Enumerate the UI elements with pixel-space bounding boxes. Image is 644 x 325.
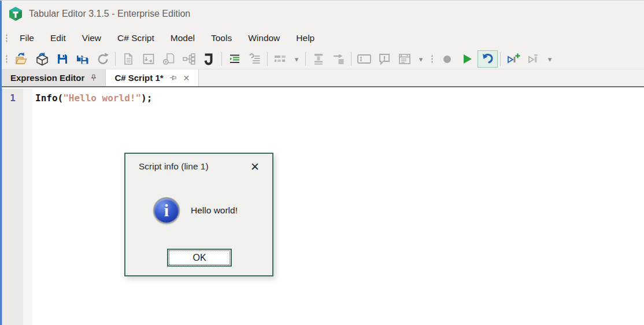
- new-document-icon: [122, 53, 135, 65]
- window-list-icon: [398, 52, 412, 66]
- dialog-message: Hello world!: [191, 205, 238, 216]
- code-string-token: "Hello world!": [63, 93, 141, 104]
- window-list-dropdown-button[interactable]: ▾: [414, 50, 427, 68]
- hierarchy-button[interactable]: [179, 50, 199, 68]
- chevron-down-icon: ▾: [548, 56, 552, 63]
- save-icon: [56, 53, 69, 65]
- tab-csharp-script-1[interactable]: C# Script 1* ✕: [106, 69, 199, 86]
- format-indent-icon: [228, 53, 242, 65]
- menu-csharp-script[interactable]: C# Script: [109, 29, 162, 47]
- ok-button[interactable]: OK: [167, 249, 232, 267]
- toolbar-separator: [267, 52, 268, 66]
- code-close-token: );: [141, 93, 152, 104]
- dialog-title: Script info (line 1): [139, 161, 209, 172]
- menu-file[interactable]: File: [12, 29, 42, 47]
- toolbar-separator: [500, 52, 501, 66]
- save-all-icon: [76, 52, 90, 66]
- code-function-token: Info(: [35, 93, 63, 104]
- menu-window[interactable]: Window: [240, 29, 288, 47]
- hierarchy-icon: [182, 52, 196, 66]
- tab-expression-editor-label: Expression Editor: [10, 73, 84, 83]
- csharp-script-icon: [203, 52, 216, 66]
- window-preferences-icon: [142, 52, 156, 66]
- new-csharp-script-button[interactable]: [199, 50, 219, 68]
- record-button[interactable]: [437, 50, 457, 68]
- window-title: Tabular Editor 3.1.5 - Enterprise Editio…: [29, 9, 190, 19]
- run-script-icon: [526, 52, 541, 66]
- refresh-button[interactable]: [92, 50, 113, 68]
- code-editor: 1 Info("Hello world!");: [2, 88, 644, 325]
- record-icon: [443, 56, 451, 63]
- info-icon: i: [153, 197, 180, 224]
- line-number-gutter: 1: [2, 88, 23, 325]
- comment-warning-button[interactable]: [374, 50, 394, 68]
- pin-icon[interactable]: [90, 73, 98, 82]
- play-icon: [464, 54, 472, 64]
- refresh-icon: [96, 52, 110, 66]
- undo-button[interactable]: [478, 50, 498, 68]
- run-script-dropdown-button[interactable]: ▾: [543, 50, 556, 68]
- goto-box-button[interactable]: [328, 50, 349, 68]
- toolbar-separator: [305, 52, 306, 66]
- menu-tools[interactable]: Tools: [203, 29, 240, 47]
- textbox-button[interactable]: [354, 50, 374, 68]
- window-list-button[interactable]: [394, 50, 414, 68]
- save-button[interactable]: [52, 50, 72, 68]
- window-accent-border: [0, 1, 2, 325]
- textbox-icon: [357, 53, 372, 65]
- app-icon: [8, 6, 23, 21]
- menu-view[interactable]: View: [74, 29, 109, 47]
- menu-bar: File Edit View C# Script Model Tools Win…: [2, 27, 644, 49]
- menu-model[interactable]: Model: [162, 29, 203, 47]
- dialog-title-bar: Script info (line 1) ✕: [125, 154, 272, 179]
- play-button[interactable]: [457, 50, 478, 68]
- layout-dropdown-button[interactable]: ▾: [290, 50, 303, 68]
- save-all-button[interactable]: [72, 50, 92, 68]
- layout-blocks-icon: [273, 53, 288, 65]
- title-bar: Tabular Editor 3.1.5 - Enterprise Editio…: [2, 1, 644, 27]
- app-window: Tabular Editor 3.1.5 - Enterprise Editio…: [0, 0, 644, 325]
- document-link-button[interactable]: [158, 50, 179, 68]
- document-link-icon: [162, 52, 176, 66]
- run-script-button[interactable]: [523, 50, 543, 68]
- tab-csharp-script-1-label: C# Script 1*: [114, 73, 163, 83]
- menu-help[interactable]: Help: [288, 29, 323, 47]
- open-file-icon: [14, 52, 29, 66]
- dialog-body: i Hello world!: [153, 197, 272, 224]
- chevron-down-icon: ▾: [295, 56, 299, 63]
- document-tab-strip: Expression Editor C# Script 1* ✕: [2, 69, 644, 87]
- layout-blocks-button[interactable]: [270, 50, 290, 68]
- comment-warning-icon: [377, 52, 391, 66]
- main-toolbar: ▾: [2, 49, 644, 69]
- format-reindent-icon: [248, 53, 262, 65]
- column-width-button[interactable]: [308, 50, 328, 68]
- toolbar-grip-handle[interactable]: [5, 54, 8, 64]
- run-script-new-button[interactable]: [503, 50, 523, 68]
- open-model-button[interactable]: [32, 50, 52, 68]
- toolbar-separator: [115, 52, 116, 66]
- dialog-close-icon[interactable]: ✕: [247, 160, 263, 173]
- toolbar-grip-handle-2[interactable]: [431, 54, 434, 64]
- toolbar-separator: [221, 52, 222, 66]
- open-file-button[interactable]: [12, 50, 32, 68]
- window-preferences-button[interactable]: [138, 50, 158, 68]
- pin-unpinned-icon[interactable]: [168, 74, 177, 82]
- format-indent-button[interactable]: [224, 50, 245, 68]
- format-reindent-button[interactable]: [245, 50, 265, 68]
- new-document-button[interactable]: [118, 50, 138, 68]
- ok-button-label: OK: [193, 253, 206, 263]
- chevron-down-icon: ▾: [419, 56, 423, 63]
- toolbar-separator: [351, 52, 351, 66]
- run-script-new-icon: [506, 52, 521, 66]
- open-model-icon: [35, 52, 49, 66]
- column-width-icon: [312, 52, 325, 66]
- tab-expression-editor[interactable]: Expression Editor: [2, 69, 106, 86]
- tab-close-icon[interactable]: ✕: [182, 73, 191, 83]
- menubar-grip-handle[interactable]: [5, 33, 8, 43]
- selection-margin: [23, 88, 32, 325]
- script-info-dialog: Script info (line 1) ✕ i Hello world! OK: [124, 153, 273, 276]
- menu-edit[interactable]: Edit: [42, 29, 74, 47]
- line-number: 1: [2, 93, 23, 104]
- undo-icon: [481, 52, 495, 66]
- goto-box-icon: [332, 52, 346, 66]
